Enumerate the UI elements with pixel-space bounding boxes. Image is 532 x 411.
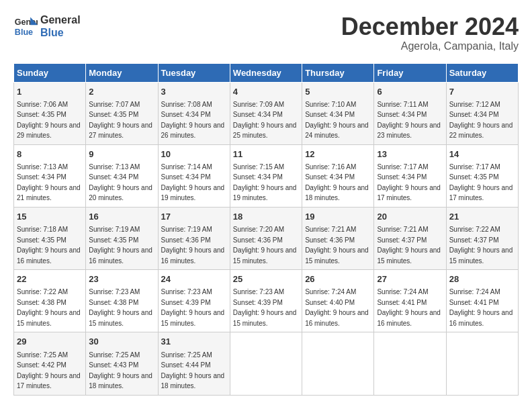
day-cell: 30 Sunrise: 7:25 AMSunset: 4:43 PMDaylig…: [86, 332, 158, 395]
day-number: 8: [17, 148, 83, 161]
day-info: Sunrise: 7:23 AMSunset: 4:39 PMDaylight:…: [233, 288, 297, 327]
day-info: Sunrise: 7:19 AMSunset: 4:36 PMDaylight:…: [161, 226, 225, 265]
day-number: 29: [17, 336, 83, 348]
day-cell: [302, 332, 374, 395]
month-title: December 2024: [341, 13, 519, 40]
header-day-wednesday: Wednesday: [230, 63, 302, 82]
day-info: Sunrise: 7:19 AMSunset: 4:35 PMDaylight:…: [89, 226, 152, 265]
day-info: Sunrise: 7:06 AMSunset: 4:35 PMDaylight:…: [17, 101, 81, 140]
day-number: 18: [233, 211, 299, 223]
logo-line1: General: [40, 13, 81, 26]
day-cell: 28 Sunrise: 7:24 AMSunset: 4:41 PMDaylig…: [446, 270, 518, 332]
day-info: Sunrise: 7:23 AMSunset: 4:38 PMDaylight:…: [89, 288, 152, 327]
day-info: Sunrise: 7:15 AMSunset: 4:34 PMDaylight:…: [233, 163, 297, 202]
day-cell: 17 Sunrise: 7:19 AMSunset: 4:36 PMDaylig…: [158, 207, 230, 269]
header-day-friday: Friday: [374, 63, 446, 82]
calendar-table: SundayMondayTuesdayWednesdayThursdayFrid…: [13, 63, 519, 396]
day-cell: 26 Sunrise: 7:24 AMSunset: 4:40 PMDaylig…: [302, 270, 374, 332]
day-number: 7: [449, 86, 515, 98]
location-subtitle: Agerola, Campania, Italy: [341, 40, 519, 52]
day-cell: 24 Sunrise: 7:23 AMSunset: 4:39 PMDaylig…: [158, 270, 230, 332]
day-info: Sunrise: 7:13 AMSunset: 4:34 PMDaylight:…: [89, 163, 152, 202]
day-info: Sunrise: 7:17 AMSunset: 4:35 PMDaylight:…: [449, 163, 513, 202]
day-cell: 7 Sunrise: 7:12 AMSunset: 4:34 PMDayligh…: [446, 82, 518, 144]
day-info: Sunrise: 7:24 AMSunset: 4:40 PMDaylight:…: [305, 288, 369, 327]
calendar-header: SundayMondayTuesdayWednesdayThursdayFrid…: [14, 63, 519, 82]
day-info: Sunrise: 7:25 AMSunset: 4:44 PMDaylight:…: [161, 351, 225, 390]
day-cell: 12 Sunrise: 7:16 AMSunset: 4:34 PMDaylig…: [302, 144, 374, 207]
day-info: Sunrise: 7:08 AMSunset: 4:34 PMDaylight:…: [161, 101, 225, 140]
day-info: Sunrise: 7:10 AMSunset: 4:34 PMDaylight:…: [305, 101, 369, 140]
header-day-monday: Monday: [86, 63, 158, 82]
logo: General Blue General Blue: [13, 13, 81, 39]
day-info: Sunrise: 7:12 AMSunset: 4:34 PMDaylight:…: [449, 101, 513, 140]
day-cell: 15 Sunrise: 7:18 AMSunset: 4:35 PMDaylig…: [14, 207, 86, 269]
day-cell: [446, 332, 518, 395]
day-info: Sunrise: 7:16 AMSunset: 4:34 PMDaylight:…: [305, 163, 369, 202]
day-info: Sunrise: 7:22 AMSunset: 4:38 PMDaylight:…: [17, 288, 81, 327]
day-number: 1: [17, 86, 83, 98]
day-number: 4: [233, 86, 299, 98]
day-cell: 10 Sunrise: 7:14 AMSunset: 4:34 PMDaylig…: [158, 144, 230, 207]
day-info: Sunrise: 7:20 AMSunset: 4:36 PMDaylight:…: [233, 226, 297, 265]
day-number: 25: [233, 273, 299, 285]
day-info: Sunrise: 7:09 AMSunset: 4:34 PMDaylight:…: [233, 101, 297, 140]
week-row-1: 1 Sunrise: 7:06 AMSunset: 4:35 PMDayligh…: [14, 82, 519, 144]
day-info: Sunrise: 7:14 AMSunset: 4:34 PMDaylight:…: [161, 163, 225, 202]
day-number: 11: [233, 148, 299, 161]
day-info: Sunrise: 7:17 AMSunset: 4:34 PMDaylight:…: [377, 163, 441, 202]
day-cell: 31 Sunrise: 7:25 AMSunset: 4:44 PMDaylig…: [158, 332, 230, 395]
header-day-sunday: Sunday: [14, 63, 86, 82]
day-cell: 1 Sunrise: 7:06 AMSunset: 4:35 PMDayligh…: [14, 82, 86, 144]
day-number: 6: [377, 86, 443, 98]
logo-line2: Blue: [40, 26, 81, 39]
day-cell: 13 Sunrise: 7:17 AMSunset: 4:34 PMDaylig…: [374, 144, 446, 207]
day-cell: [230, 332, 302, 395]
calendar-body: 1 Sunrise: 7:06 AMSunset: 4:35 PMDayligh…: [14, 82, 519, 395]
day-number: 17: [161, 211, 227, 223]
day-cell: 2 Sunrise: 7:07 AMSunset: 4:35 PMDayligh…: [86, 82, 158, 144]
day-info: Sunrise: 7:25 AMSunset: 4:43 PMDaylight:…: [89, 351, 152, 390]
week-row-4: 22 Sunrise: 7:22 AMSunset: 4:38 PMDaylig…: [14, 270, 519, 332]
day-cell: 27 Sunrise: 7:24 AMSunset: 4:41 PMDaylig…: [374, 270, 446, 332]
header-day-thursday: Thursday: [302, 63, 374, 82]
header-row: SundayMondayTuesdayWednesdayThursdayFrid…: [14, 63, 519, 82]
day-cell: 11 Sunrise: 7:15 AMSunset: 4:34 PMDaylig…: [230, 144, 302, 207]
day-cell: 21 Sunrise: 7:22 AMSunset: 4:37 PMDaylig…: [446, 207, 518, 269]
day-cell: 14 Sunrise: 7:17 AMSunset: 4:35 PMDaylig…: [446, 144, 518, 207]
day-number: 20: [377, 211, 443, 223]
day-cell: [374, 332, 446, 395]
day-number: 28: [449, 273, 515, 285]
header-day-saturday: Saturday: [446, 63, 518, 82]
day-number: 14: [449, 148, 515, 161]
day-number: 26: [305, 273, 371, 285]
day-cell: 9 Sunrise: 7:13 AMSunset: 4:34 PMDayligh…: [86, 144, 158, 207]
day-info: Sunrise: 7:22 AMSunset: 4:37 PMDaylight:…: [449, 226, 513, 265]
logo-icon: General Blue: [13, 14, 38, 38]
day-info: Sunrise: 7:24 AMSunset: 4:41 PMDaylight:…: [449, 288, 513, 327]
day-info: Sunrise: 7:21 AMSunset: 4:36 PMDaylight:…: [305, 226, 369, 265]
day-number: 21: [449, 211, 515, 223]
week-row-2: 8 Sunrise: 7:13 AMSunset: 4:34 PMDayligh…: [14, 144, 519, 207]
day-cell: 25 Sunrise: 7:23 AMSunset: 4:39 PMDaylig…: [230, 270, 302, 332]
day-cell: 23 Sunrise: 7:23 AMSunset: 4:38 PMDaylig…: [86, 270, 158, 332]
day-number: 30: [89, 336, 154, 348]
day-number: 5: [305, 86, 371, 98]
day-info: Sunrise: 7:13 AMSunset: 4:34 PMDaylight:…: [17, 163, 81, 202]
week-row-5: 29 Sunrise: 7:25 AMSunset: 4:42 PMDaylig…: [14, 332, 519, 395]
day-number: 19: [305, 211, 371, 223]
day-number: 10: [161, 148, 227, 161]
day-number: 23: [89, 273, 154, 285]
day-number: 15: [17, 211, 83, 223]
day-number: 13: [377, 148, 443, 161]
day-cell: 4 Sunrise: 7:09 AMSunset: 4:34 PMDayligh…: [230, 82, 302, 144]
day-info: Sunrise: 7:07 AMSunset: 4:35 PMDaylight:…: [89, 101, 152, 140]
day-cell: 20 Sunrise: 7:21 AMSunset: 4:37 PMDaylig…: [374, 207, 446, 269]
svg-text:Blue: Blue: [15, 28, 33, 37]
title-block: December 2024 Agerola, Campania, Italy: [341, 13, 519, 52]
day-info: Sunrise: 7:25 AMSunset: 4:42 PMDaylight:…: [17, 351, 81, 390]
day-cell: 16 Sunrise: 7:19 AMSunset: 4:35 PMDaylig…: [86, 207, 158, 269]
header-day-tuesday: Tuesday: [158, 63, 230, 82]
page-header: General Blue General Blue December 2024 …: [13, 13, 519, 52]
day-cell: 6 Sunrise: 7:11 AMSunset: 4:34 PMDayligh…: [374, 82, 446, 144]
